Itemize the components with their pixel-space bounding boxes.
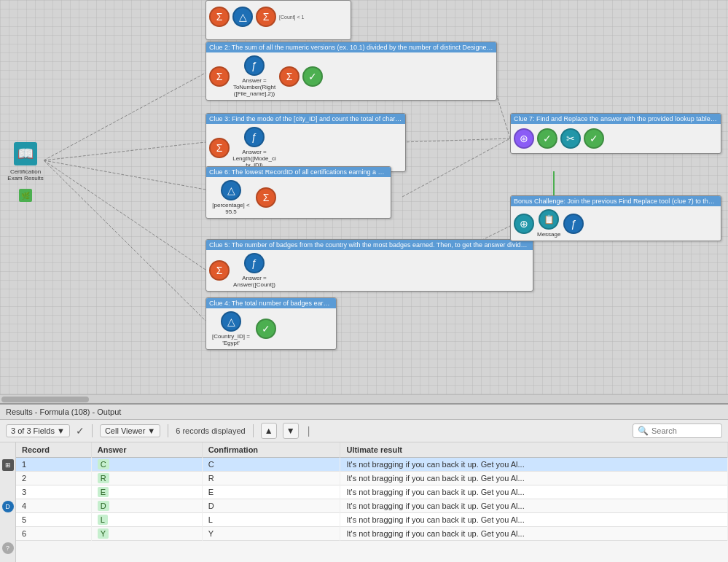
- node-top-blue[interactable]: △: [232, 7, 253, 27]
- results-title: Results - Formula (108) - Output: [6, 407, 121, 416]
- table-d-icon[interactable]: D: [2, 501, 14, 512]
- cell-ultimate: It's not bragging if you can back it up.…: [340, 472, 728, 485]
- node-formula-4[interactable]: ƒ: [563, 214, 584, 234]
- cell-record: 2: [16, 472, 91, 485]
- group-clue6: Clue 6: The lowest RecordID of all certi…: [206, 166, 391, 219]
- cell-ultimate: It's not bragging if you can back it up.…: [340, 527, 728, 541]
- node-check-3[interactable]: ✓: [537, 128, 557, 149]
- cell-answer: R: [91, 472, 202, 485]
- group-clue2: Clue 2: The sum of all the numeric versi…: [206, 42, 497, 101]
- svg-line-1: [44, 142, 206, 160]
- group-clue5: Clue 5: The number of badges from the co…: [206, 239, 533, 292]
- workflow-canvas: 📖 Certification Exam Results 🌿 Clue 2: T…: [0, 0, 728, 394]
- search-input[interactable]: [651, 426, 717, 435]
- node-formula-3-label: Answer = Answer([Count]): [232, 275, 276, 288]
- group-clue7-body: ⊛ ✓ ✂ ✓: [511, 124, 721, 153]
- results-table: Record Answer Confirmation Ultimate resu…: [16, 442, 728, 541]
- cell-confirmation: L: [202, 513, 340, 527]
- toolbar-sep-3: [253, 424, 254, 437]
- cell-confirmation: D: [202, 499, 340, 513]
- toolbar-sep-2: [168, 424, 168, 437]
- table-left-icons: ⊞ D ?: [0, 442, 16, 562]
- cell-ultimate: It's not bragging if you can back it up.…: [340, 499, 728, 513]
- cell-answer: D: [91, 499, 202, 513]
- group-clue4-body: △ [Country_ID] = 'Egypt' ✓: [206, 308, 336, 349]
- fields-dropdown-btn[interactable]: 3 of 3 Fields ▼: [6, 424, 70, 437]
- group-bonus: Bonus Challenge: Join the previous Find …: [510, 195, 721, 241]
- cell-confirmation: Y: [202, 527, 340, 541]
- node-formula-3[interactable]: ƒ: [244, 253, 265, 273]
- node-filter-1[interactable]: △: [221, 180, 241, 200]
- node-summarize-4[interactable]: Σ: [256, 187, 276, 208]
- check-icon: ✓: [76, 425, 85, 437]
- table-row: 3 E E It's not bragging if you can back …: [16, 485, 728, 499]
- cell-confirmation: E: [202, 485, 340, 499]
- cell-confirmation: R: [202, 472, 340, 485]
- node-filter-2[interactable]: △: [221, 311, 241, 332]
- group-top-body: Σ △ Σ [Count] < 1: [206, 1, 351, 30]
- cell-record: 3: [16, 485, 91, 499]
- node-check-1[interactable]: ✓: [302, 66, 323, 87]
- group-clue4-header: Clue 4: The total number of badges earne…: [206, 298, 336, 308]
- group-clue3-body: Σ ƒ Answer = Length([Mode_city_ID]): [206, 124, 405, 171]
- node-filter-1-label: [percentage] < 95.5: [209, 202, 253, 215]
- node-scissors[interactable]: ✂: [560, 128, 581, 149]
- horizontal-scrollbar[interactable]: [0, 394, 728, 403]
- group-bonus-body: ⊕ 📋 Message ƒ: [511, 206, 721, 241]
- node-join[interactable]: ⊕: [514, 214, 534, 234]
- col-header-record[interactable]: Record: [16, 442, 91, 458]
- node-formula-1[interactable]: ƒ: [244, 55, 265, 76]
- node-summarize-2[interactable]: Σ: [279, 66, 300, 87]
- node-top-red[interactable]: Σ: [209, 7, 230, 27]
- table-row: 2 R R It's not bragging if you can back …: [16, 472, 728, 485]
- left-book-node[interactable]: 📖 Certification Exam Results 🌿: [7, 142, 44, 202]
- svg-line-0: [44, 73, 206, 160]
- group-clue4: Clue 4: The total number of badges earne…: [206, 297, 337, 350]
- node-find-replace-1[interactable]: ⊛: [514, 128, 534, 149]
- search-box[interactable]: 🔍: [633, 424, 722, 438]
- node-check-4[interactable]: ✓: [584, 128, 604, 149]
- sort-separator: |: [308, 425, 310, 437]
- col-header-confirmation[interactable]: Confirmation: [202, 442, 340, 458]
- results-panel: Results - Formula (108) - Output 3 of 3 …: [0, 403, 728, 562]
- group-clue3: Clue 3: Find the mode of the [city_ID] a…: [206, 113, 406, 172]
- node-formula-1-label: Answer = ToNumber(Right([File_name],2)): [232, 77, 276, 97]
- group-top: Σ △ Σ [Count] < 1: [206, 0, 351, 40]
- group-clue3-header: Clue 3: Find the mode of the [city_ID] a…: [206, 114, 405, 124]
- node-check-2[interactable]: ✓: [256, 319, 276, 339]
- cell-ultimate: It's not bragging if you can back it up.…: [340, 513, 728, 527]
- sort-down-btn[interactable]: ▼: [283, 423, 299, 439]
- cell-answer: L: [91, 513, 202, 527]
- sort-up-btn[interactable]: ▲: [261, 423, 277, 439]
- group-clue7-header: Clue 7: Find and Replace the answer with…: [511, 114, 721, 124]
- node-summarize-1[interactable]: Σ: [209, 66, 230, 87]
- scrollbar-thumb[interactable]: [1, 397, 89, 402]
- group-clue2-header: Clue 2: The sum of all the numeric versi…: [206, 42, 496, 52]
- cell-record: 5: [16, 513, 91, 527]
- node-message-label: Message: [537, 231, 560, 238]
- node-top-red2[interactable]: Σ: [256, 7, 276, 27]
- group-bonus-header: Bonus Challenge: Join the previous Find …: [511, 196, 721, 206]
- table-grid-icon[interactable]: ⊞: [2, 459, 14, 471]
- fields-count-label: 3 of 3 Fields ▼: [11, 426, 65, 435]
- table-scroll-area[interactable]: Record Answer Confirmation Ultimate resu…: [16, 442, 728, 562]
- svg-line-3: [44, 160, 206, 270]
- node-summarize-3[interactable]: Σ: [209, 138, 230, 158]
- table-q-icon[interactable]: ?: [2, 542, 14, 554]
- book-node-label: Certification Exam Results: [7, 168, 44, 182]
- svg-line-6: [402, 138, 510, 142]
- group-clue2-body: Σ ƒ Answer = ToNumber(Right([File_name],…: [206, 52, 496, 100]
- toolbar-sep-1: [92, 424, 93, 437]
- group-clue6-body: △ [percentage] < 95.5 Σ: [206, 177, 391, 218]
- cell-viewer-btn[interactable]: Cell Viewer ▼: [100, 424, 160, 437]
- col-header-answer[interactable]: Answer: [91, 442, 202, 458]
- table-row: 6 Y Y It's not bragging if you can back …: [16, 527, 728, 541]
- group-clue5-header: Clue 5: The number of badges from the co…: [206, 240, 533, 250]
- node-formula-2[interactable]: ƒ: [244, 127, 265, 147]
- table-wrapper: ⊞ D ? Record Answer Confirmation Ultimat…: [0, 442, 728, 562]
- records-count-label: 6 records displayed: [176, 426, 245, 435]
- col-header-ultimate[interactable]: Ultimate result: [340, 442, 728, 458]
- node-summarize-5[interactable]: Σ: [209, 260, 230, 281]
- group-clue7: Clue 7: Find and Replace the answer with…: [510, 113, 721, 154]
- cell-answer: E: [91, 485, 202, 499]
